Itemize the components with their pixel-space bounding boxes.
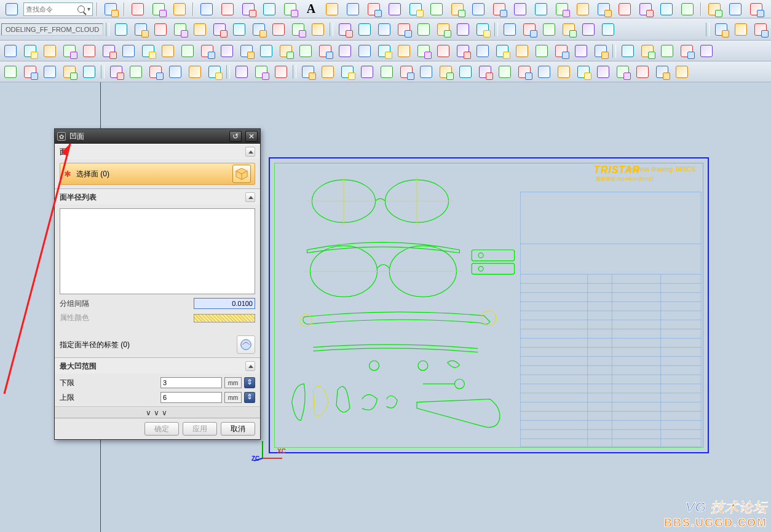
toolbar-button[interactable] bbox=[191, 20, 209, 39]
toolbar-button[interactable] bbox=[41, 42, 59, 60]
toolbar-button[interactable] bbox=[218, 0, 237, 18]
toolbar-button[interactable] bbox=[277, 42, 295, 60]
toolbar-button[interactable] bbox=[316, 42, 334, 60]
toolbar-button[interactable] bbox=[427, 0, 446, 18]
toolbar-button[interactable] bbox=[493, 42, 512, 60]
toolbar-button[interactable] bbox=[579, 20, 598, 39]
toolbar-button[interactable] bbox=[555, 63, 573, 81]
toolbar-button[interactable] bbox=[166, 63, 184, 81]
toolbar-button[interactable] bbox=[336, 42, 354, 60]
toolbar-button[interactable] bbox=[513, 42, 531, 60]
toolbar-button[interactable] bbox=[532, 42, 551, 60]
toolbar-button[interactable] bbox=[653, 63, 671, 81]
toolbar-button[interactable] bbox=[595, 0, 613, 18]
toolbar-button[interactable] bbox=[119, 42, 138, 60]
toolbar-button[interactable] bbox=[572, 42, 590, 60]
toolbar-button[interactable] bbox=[395, 20, 413, 39]
cube-icon[interactable] bbox=[232, 165, 251, 183]
toolbar-button[interactable] bbox=[296, 42, 315, 60]
toolbar-button[interactable] bbox=[1, 63, 20, 81]
toolbar-button[interactable] bbox=[257, 42, 275, 60]
toolbar-button[interactable] bbox=[239, 0, 258, 18]
toolbar-button[interactable] bbox=[205, 63, 224, 81]
dialog-titlebar[interactable]: ✿ 凹面 ↺ ✕ bbox=[55, 129, 260, 144]
toolbar-button[interactable] bbox=[657, 0, 676, 18]
reset-icon[interactable]: ↺ bbox=[229, 131, 242, 142]
toolbar-button[interactable] bbox=[712, 20, 730, 39]
toolbar-button[interactable] bbox=[198, 42, 216, 60]
toolbar-button[interactable] bbox=[414, 42, 433, 60]
upper-unit-label[interactable]: mm bbox=[224, 392, 242, 403]
toolbar-button[interactable] bbox=[1, 42, 20, 60]
chevron-up-icon[interactable] bbox=[245, 192, 255, 202]
viewport[interactable]: TRISTAR Process drawing .MISCS 图纸审核:2014… bbox=[0, 82, 771, 532]
toolbar-button[interactable] bbox=[132, 20, 150, 39]
toolbar-button[interactable] bbox=[80, 42, 98, 60]
toolbar-button[interactable] bbox=[574, 0, 592, 18]
toolbar-button[interactable] bbox=[500, 20, 519, 39]
toolbar-button[interactable] bbox=[678, 42, 696, 60]
toolbar-button[interactable] bbox=[673, 63, 691, 81]
toolbar-button[interactable] bbox=[218, 42, 236, 60]
toolbar-button[interactable] bbox=[197, 0, 216, 18]
toolbar-button[interactable] bbox=[171, 20, 189, 39]
toolbar-button[interactable] bbox=[490, 0, 508, 18]
toolbar-button[interactable] bbox=[281, 0, 299, 18]
toolbar-button[interactable] bbox=[378, 63, 396, 81]
toolbar-button[interactable] bbox=[355, 42, 374, 60]
toolbar-button[interactable] bbox=[21, 63, 39, 81]
toolbar-button[interactable] bbox=[375, 20, 393, 39]
toolbar-button[interactable] bbox=[338, 63, 357, 81]
group-gap-input[interactable] bbox=[194, 298, 255, 309]
toolbar-button[interactable] bbox=[170, 0, 189, 18]
toolbar-button[interactable] bbox=[454, 42, 472, 60]
toolbar-button[interactable] bbox=[434, 20, 453, 39]
toolbar-button[interactable] bbox=[344, 0, 362, 18]
toolbar-button[interactable] bbox=[553, 0, 571, 18]
toolbar-button[interactable] bbox=[697, 42, 716, 60]
toolbar-button[interactable] bbox=[336, 20, 354, 39]
toolbar-button[interactable] bbox=[552, 42, 571, 60]
toolbar-button[interactable] bbox=[417, 63, 435, 81]
toolbar-button[interactable] bbox=[747, 0, 765, 18]
toolbar-button[interactable] bbox=[406, 0, 425, 18]
lower-limit-input[interactable] bbox=[160, 377, 222, 388]
toolbar-button[interactable] bbox=[496, 63, 514, 81]
toolbar-button[interactable] bbox=[636, 0, 655, 18]
toolbar-button[interactable] bbox=[260, 0, 279, 18]
toolbar-button[interactable] bbox=[591, 42, 610, 60]
toolbar-button[interactable] bbox=[230, 20, 248, 39]
toolbar-button[interactable] bbox=[252, 63, 271, 81]
toolbar-button[interactable] bbox=[232, 63, 251, 81]
toolbar-button[interactable] bbox=[80, 63, 98, 81]
section-face-header[interactable]: 面 bbox=[55, 144, 260, 159]
toolbar-button[interactable] bbox=[60, 63, 79, 81]
toolbar-button[interactable] bbox=[149, 0, 168, 18]
toolbar-button[interactable] bbox=[532, 0, 550, 18]
toolbar-button[interactable] bbox=[614, 63, 632, 81]
toolbar-button[interactable] bbox=[768, 0, 771, 18]
toolbar-button[interactable] bbox=[100, 42, 118, 60]
toolbar-button[interactable] bbox=[473, 20, 492, 39]
toolbar-button[interactable] bbox=[112, 20, 130, 39]
toolbar-button[interactable] bbox=[619, 42, 637, 60]
toolbar-button[interactable] bbox=[437, 63, 455, 81]
toolbar-button[interactable] bbox=[107, 63, 125, 81]
toolbar-button[interactable] bbox=[535, 63, 553, 81]
toolbar-button[interactable] bbox=[151, 20, 170, 39]
select-face-row[interactable]: ✱ 选择面 (0) bbox=[60, 163, 255, 185]
toolbar-button[interactable] bbox=[41, 63, 59, 81]
toolbar-button[interactable] bbox=[375, 42, 393, 60]
toolbar-button[interactable] bbox=[237, 42, 256, 60]
toolbar-button[interactable] bbox=[186, 63, 204, 81]
toolbar-button[interactable] bbox=[2, 0, 21, 18]
toolbar-button[interactable] bbox=[574, 63, 593, 81]
tag-icon[interactable] bbox=[237, 335, 255, 354]
toolbar-button[interactable] bbox=[476, 63, 494, 81]
toolbar-button[interactable] bbox=[559, 20, 578, 39]
toolbar-button[interactable] bbox=[658, 42, 676, 60]
chevron-up-icon[interactable] bbox=[245, 147, 255, 157]
toolbar-button[interactable] bbox=[599, 20, 617, 39]
toolbar-button[interactable] bbox=[456, 63, 475, 81]
section-range-header[interactable]: 最大凹范围 bbox=[55, 359, 260, 374]
